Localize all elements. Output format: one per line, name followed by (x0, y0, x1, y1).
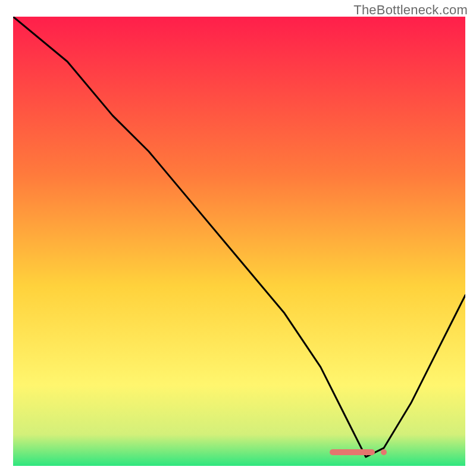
chart-svg (13, 17, 465, 466)
watermark-text: TheBottleneck.com (353, 2, 468, 18)
optimal-range-marker (330, 449, 375, 455)
chart-container (13, 17, 465, 466)
chart-background (13, 17, 465, 466)
